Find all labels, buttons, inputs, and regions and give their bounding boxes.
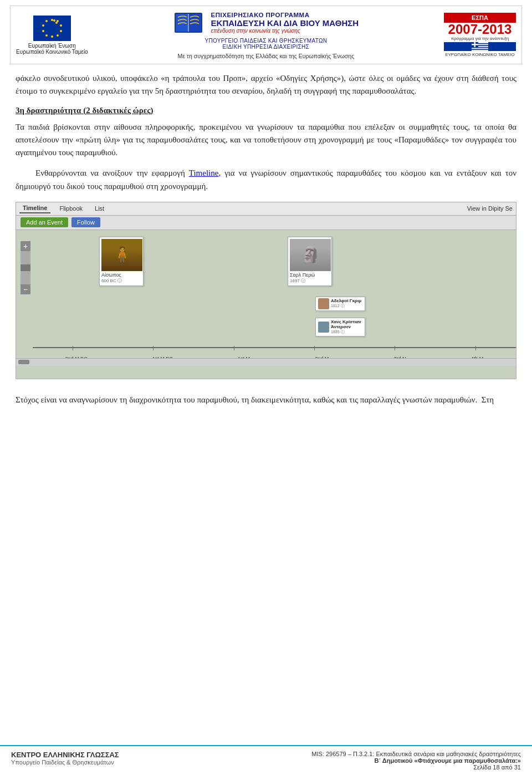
timeline-screenshot: Timeline Flipbook List View in Dipity Se… — [16, 202, 516, 379]
perro-date: 1697 ⓘ — [290, 278, 330, 284]
zoom-thumb — [21, 264, 30, 271]
eu-flag-icon — [33, 16, 71, 41]
svg-point-9 — [42, 24, 44, 27]
eu-label: Ευρωπαϊκή Ένωση Ευρωπαϊκό Κοινωνικό Ταμε… — [16, 43, 88, 55]
tick-4 — [314, 346, 315, 350]
tick-5 — [395, 346, 395, 350]
grimm-date: 1812 ⓘ — [331, 303, 361, 309]
espa-section: ΕΣΠΑ 2007-2013 πρόγραμμα για την ανάπτυξ… — [444, 13, 516, 57]
eu-logo-section: Ευρωπαϊκή Ένωση Ευρωπαϊκό Κοινωνικό Ταμε… — [16, 16, 88, 55]
timeline-actions: Add an Event Follow — [16, 216, 516, 230]
paragraph-1: φάκελο συνοδευτικού υλικού, υποφάκελο «η… — [16, 72, 516, 98]
zoom-controls: + − — [21, 241, 30, 294]
timeline-ticks — [33, 346, 516, 350]
aisopos-label: Αίσωπος — [101, 272, 141, 278]
program-book-icon — [173, 11, 203, 35]
andersen-info: Χανς Κρίστιαν Άντερσεν 1835 ⓘ — [331, 319, 362, 335]
andersen-date: 1835 ⓘ — [331, 329, 362, 335]
andersen-thumb — [318, 322, 329, 333]
grimm-label: Αδελφοί Γκριμ — [331, 298, 361, 303]
svg-point-5 — [57, 34, 59, 37]
svg-point-8 — [42, 30, 44, 32]
svg-rect-22 — [472, 50, 488, 51]
tab-timeline[interactable]: Timeline — [19, 203, 50, 213]
org-sub: Υπουργείο Παιδείας & Θρησκευμάτων — [11, 759, 119, 766]
svg-point-4 — [60, 30, 62, 32]
footer-info: MIS: 296579 – Π.3.2.1: Εκπαιδευτικά σενά… — [311, 751, 521, 771]
program-info: ΕΠΙΧΕΙΡΗΣΙΑΚΟ ΠΡΟΓΡΑΜΜΑ ΕΚΠΑΙΔΕΥΣΗ ΚΑΙ Δ… — [88, 11, 444, 59]
follow-button[interactable]: Follow — [71, 217, 100, 227]
mis-code: MIS: 296579 – Π.3.2.1: Εκπαιδευτικά σενά… — [311, 751, 521, 757]
paragraph-4: Στόχος είναι να αναγνωρίσουν τη διαχρονι… — [16, 394, 516, 406]
andersen-label: Χανς Κρίστιαν Άντερσεν — [331, 319, 362, 329]
grimm-thumb — [318, 298, 329, 309]
tick-3 — [234, 346, 234, 350]
event-card-andersen: Χανς Κρίστιαν Άντερσεν 1835 ⓘ — [315, 318, 365, 336]
svg-rect-25 — [472, 44, 478, 45]
svg-point-12 — [55, 22, 58, 24]
event-card-perro: 🗿 Σαρλ Περώ 1697 ⓘ — [288, 237, 332, 286]
timeline-main-area: + − 🧍 Αίσωπος 600 BC ⓘ 🗿 Σαρλ Περώ — [16, 230, 516, 366]
aisopos-image: 🧍 — [101, 239, 142, 271]
page-header: Ευρωπαϊκή Ένωση Ευρωπαϊκό Κοινωνικό Ταμε… — [10, 6, 522, 64]
program-titles: ΕΠΙΧΕΙΡΗΣΙΑΚΟ ΠΡΟΓΡΑΜΜΑ ΕΚΠΑΙΔΕΥΣΗ ΚΑΙ Δ… — [211, 12, 359, 34]
svg-point-11 — [53, 19, 55, 22]
event-card-grimm: Αδελφοί Γκριμ 1812 ⓘ — [315, 297, 365, 311]
tick-2 — [153, 346, 154, 350]
event-card-aisopos: 🧍 Αίσωπος 600 BC ⓘ — [99, 237, 144, 286]
page-footer: ΚΕΝΤΡΟ ΕΛΛΗΝΙΚΗΣ ΓΛΩΣΣΑΣ Υπουργείο Παιδε… — [0, 745, 532, 775]
tick-6 — [475, 346, 476, 350]
tab-list[interactable]: List — [91, 204, 108, 213]
zoom-in-button[interactable]: + — [21, 241, 30, 251]
perro-label: Σαρλ Περώ — [290, 272, 330, 278]
aisopos-date: 600 BC ⓘ — [101, 278, 141, 284]
zoom-track — [21, 251, 30, 284]
tab-flipbook[interactable]: Flipbook — [56, 204, 86, 213]
org-name: ΚΕΝΤΡΟ ΕΛΛΗΝΙΚΗΣ ΓΛΩΣΣΑΣ — [11, 751, 119, 759]
footer-org: ΚΕΝΤΡΟ ΕΛΛΗΝΙΚΗΣ ΓΛΩΣΣΑΣ Υπουργείο Παιδε… — [11, 751, 119, 766]
add-event-button[interactable]: Add an Event — [21, 217, 68, 227]
svg-point-1 — [51, 19, 53, 21]
paragraph-3: Ενθαρρύνονται να ανοίξουν την εφαρμογή T… — [16, 167, 516, 193]
greek-flag-icon — [472, 42, 488, 51]
bottom-section: Στόχος είναι να αναγνωρίσουν τη διαχρονι… — [0, 394, 532, 420]
page-number: Σελίδα 18 από 31 — [473, 764, 521, 771]
main-content: φάκελο συνοδευτικού υλικού, υποφάκελο «η… — [0, 64, 532, 394]
activity-title: 3η δραστηριότητα (2 διδακτικές ώρες) — [16, 106, 516, 115]
view-in-dipity[interactable]: View in Dipity Se — [467, 205, 513, 212]
svg-point-7 — [45, 34, 48, 37]
svg-point-6 — [51, 35, 53, 38]
zoom-out-button[interactable]: − — [21, 284, 30, 294]
timeline-link[interactable]: Timeline — [189, 169, 219, 177]
svg-rect-21 — [472, 48, 488, 49]
timeline-toolbar: Timeline Flipbook List View in Dipity Se — [16, 202, 516, 216]
timeline-scrollbar[interactable] — [16, 358, 516, 366]
perro-image: 🗿 — [290, 239, 331, 271]
svg-point-3 — [60, 24, 62, 27]
tick-1 — [73, 346, 73, 350]
series-title: Β΄ Δημοτικού «Φτιάχνουμε μια παραμυθοσαλ… — [375, 757, 521, 764]
scrollbar-thumb — [18, 360, 29, 364]
svg-point-10 — [45, 20, 48, 22]
grimm-info: Αδελφοί Γκριμ 1812 ⓘ — [331, 298, 361, 309]
paragraph-2: Τα παιδιά βρίσκονται στην αίθουσα πληροφ… — [16, 121, 516, 160]
